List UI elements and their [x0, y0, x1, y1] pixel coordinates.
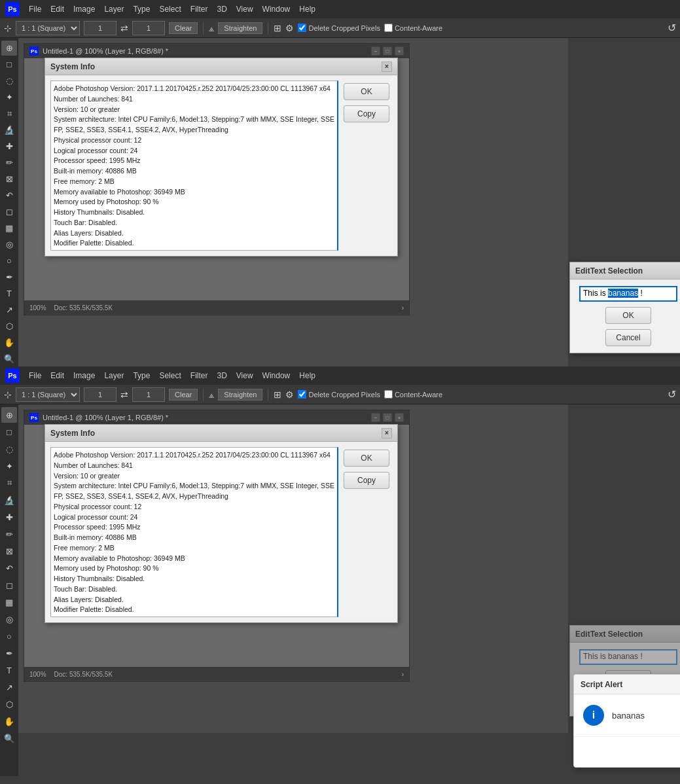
crop-icon: ⊹ [4, 23, 12, 33]
pen-tool-bottom[interactable]: ✒ [1, 645, 17, 661]
eraser-tool-top[interactable]: ◻ [1, 204, 17, 219]
blur-tool-top[interactable]: ◎ [1, 237, 17, 252]
delete-cropped-check-bottom[interactable] [298, 390, 306, 399]
sysinfo-copy-bottom[interactable]: Copy [344, 472, 389, 489]
history-brush-bottom[interactable]: ↶ [1, 560, 17, 576]
clear-button-bottom[interactable]: Clear [169, 389, 198, 401]
content-aware-check-top[interactable] [384, 24, 393, 32]
marquee-tool-bottom[interactable]: □ [1, 424, 17, 440]
delete-cropped-check-top[interactable] [298, 24, 306, 32]
aspect-ratio-select-top[interactable]: 1 : 1 (Square) [16, 21, 80, 35]
menu-type-top[interactable]: Type [129, 3, 154, 15]
menu-window-bottom[interactable]: Window [259, 370, 295, 382]
menu-filter-top[interactable]: Filter [187, 3, 212, 15]
sysinfo-text-area-top[interactable]: Adobe Photoshop Version: 2017.1.1 201704… [50, 80, 338, 251]
zoom-tool-bottom[interactable]: 🔍 [1, 730, 17, 746]
settings-icon-bottom[interactable]: ⚙ [285, 389, 294, 400]
hand-tool-bottom[interactable]: ✋ [1, 713, 17, 729]
blur-tool-bottom[interactable]: ◎ [1, 611, 17, 627]
path-tool-top[interactable]: ↗ [1, 302, 17, 317]
menu-select-top[interactable]: Select [155, 3, 185, 15]
marquee-tool-top[interactable]: □ [1, 57, 17, 72]
crop-tool-bottom[interactable]: ⌗ [1, 475, 17, 491]
sysinfo-ok-top[interactable]: OK [344, 83, 389, 100]
gradient-tool-bottom[interactable]: ▦ [1, 594, 17, 610]
text-tool-top[interactable]: T [1, 286, 17, 301]
menu-edit-bottom[interactable]: Edit [46, 370, 68, 382]
straighten-button-top[interactable]: Straighten [218, 22, 262, 34]
swap-icon-bottom: ⇄ [120, 389, 128, 400]
aspect-ratio-select-bottom[interactable]: 1 : 1 (Square) [16, 387, 80, 402]
edittext-ok-top[interactable]: OK [605, 307, 651, 324]
dodge-tool-bottom[interactable]: ○ [1, 628, 17, 644]
edittext-input-top[interactable]: This is bananas ! [579, 286, 677, 302]
menu-help-bottom[interactable]: Help [295, 370, 319, 382]
sysinfo-ok-bottom[interactable]: OK [344, 450, 389, 467]
shape-tool-bottom[interactable]: ⬡ [1, 696, 17, 712]
sysinfo-text-area-bottom[interactable]: Adobe Photoshop Version: 2017.1.1 201704… [50, 447, 338, 617]
menu-layer-top[interactable]: Layer [100, 3, 128, 15]
menu-3d-top[interactable]: 3D [213, 3, 230, 15]
brush-tool-top[interactable]: ✏ [1, 155, 17, 170]
menu-type-bottom[interactable]: Type [129, 370, 154, 382]
sysinfo-close-bottom[interactable]: × [382, 428, 392, 438]
height-input-top[interactable] [132, 21, 165, 35]
sysinfo-copy-top[interactable]: Copy [344, 105, 389, 122]
reset-icon-bottom[interactable]: ↺ [668, 388, 676, 401]
doc-close-bottom[interactable]: × [395, 413, 404, 422]
settings-icon-top[interactable]: ⚙ [285, 23, 294, 33]
gradient-tool-top[interactable]: ▦ [1, 221, 17, 236]
height-input-bottom[interactable] [132, 387, 165, 402]
crop-tool-top[interactable]: ⌗ [1, 106, 17, 121]
content-aware-check-bottom[interactable] [384, 390, 393, 399]
clone-tool-top[interactable]: ⊠ [1, 171, 17, 187]
menu-view-bottom[interactable]: View [232, 370, 257, 382]
sep1 [203, 22, 204, 35]
menu-filter-bottom[interactable]: Filter [187, 370, 212, 382]
doc-maximize-bottom[interactable]: □ [383, 413, 392, 422]
heal-tool-bottom[interactable]: ✚ [1, 509, 17, 525]
doc-maximize-top[interactable]: □ [383, 46, 392, 56]
zoom-tool-top[interactable]: 🔍 [1, 351, 17, 366]
path-tool-bottom[interactable]: ↗ [1, 679, 17, 695]
magic-wand-bottom[interactable]: ✦ [1, 458, 17, 474]
heal-tool-top[interactable]: ✚ [1, 139, 17, 154]
menu-view-top[interactable]: View [232, 3, 257, 15]
doc-minimize-top[interactable]: − [371, 46, 380, 56]
menu-file-bottom[interactable]: File [25, 370, 45, 382]
clone-tool-bottom[interactable]: ⊠ [1, 543, 17, 559]
menu-image-bottom[interactable]: Image [69, 370, 99, 382]
sysinfo-close-top[interactable]: × [382, 62, 392, 72]
reset-icon-top[interactable]: ↺ [668, 22, 676, 34]
menu-layer-bottom[interactable]: Layer [100, 370, 128, 382]
history-brush-top[interactable]: ↶ [1, 188, 17, 203]
width-input-bottom[interactable] [84, 387, 116, 402]
doc-close-top[interactable]: × [395, 46, 404, 56]
straighten-button-bottom[interactable]: Straighten [218, 389, 262, 401]
dodge-tool-top[interactable]: ○ [1, 253, 17, 268]
menu-file-top[interactable]: File [25, 3, 45, 15]
hand-tool-top[interactable]: ✋ [1, 335, 17, 350]
lasso-tool-bottom[interactable]: ◌ [1, 441, 17, 457]
text-tool-bottom[interactable]: T [1, 662, 17, 678]
eyedropper-bottom[interactable]: 🔬 [1, 492, 17, 508]
move-tool-bottom[interactable]: ⊕ [1, 407, 17, 423]
menu-window-top[interactable]: Window [259, 3, 295, 15]
menu-3d-bottom[interactable]: 3D [213, 370, 230, 382]
clear-button-top[interactable]: Clear [169, 22, 198, 34]
magic-wand-top[interactable]: ✦ [1, 90, 17, 105]
edittext-cancel-top[interactable]: Cancel [605, 329, 651, 346]
menu-edit-top[interactable]: Edit [46, 3, 68, 15]
menu-image-top[interactable]: Image [69, 3, 99, 15]
pen-tool-top[interactable]: ✒ [1, 270, 17, 285]
move-tool-top[interactable]: ⊕ [1, 41, 17, 56]
menu-help-top[interactable]: Help [295, 3, 319, 15]
eyedropper-top[interactable]: 🔬 [1, 122, 17, 137]
lasso-tool-top[interactable]: ◌ [1, 73, 17, 88]
doc-minimize-bottom[interactable]: − [371, 413, 380, 422]
width-input-top[interactable] [84, 21, 116, 35]
shape-tool-top[interactable]: ⬡ [1, 319, 17, 334]
menu-select-bottom[interactable]: Select [155, 370, 185, 382]
brush-tool-bottom[interactable]: ✏ [1, 526, 17, 542]
eraser-tool-bottom[interactable]: ◻ [1, 577, 17, 593]
